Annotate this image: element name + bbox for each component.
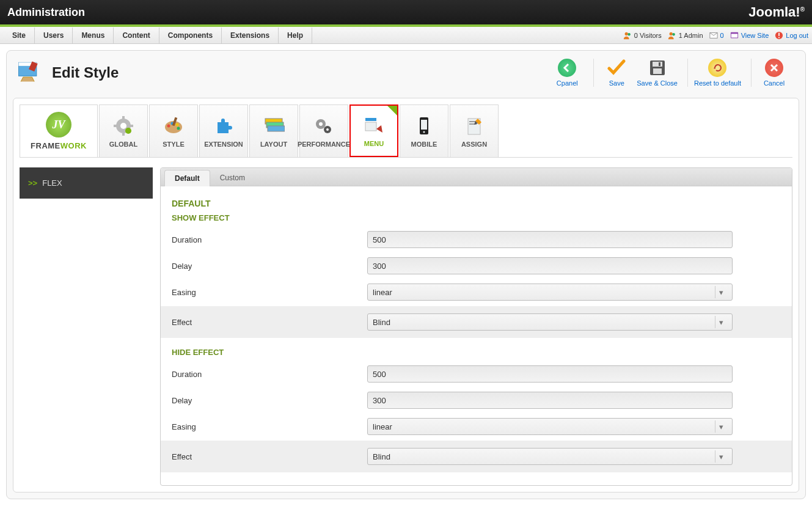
gears-icon	[313, 115, 335, 137]
svg-rect-39	[421, 120, 427, 130]
palette-icon	[163, 115, 185, 137]
cpanel-button[interactable]: Cpanel	[550, 59, 583, 87]
chevron-down-icon: ▾	[715, 450, 727, 463]
chevron-down-icon: ▾	[715, 286, 727, 298]
tab-assign[interactable]: ASSIGN	[450, 104, 499, 157]
svg-point-3	[672, 33, 675, 35]
mobile-icon	[413, 115, 435, 137]
admin-topbar: Administration Joomla!®	[0, 0, 812, 24]
svg-point-33	[319, 122, 323, 126]
link-logout[interactable]: Log out	[775, 31, 808, 40]
main-menubar: Site Users Menus Content Components Exte…	[0, 27, 812, 44]
tab-menu[interactable]: MENU	[349, 104, 398, 157]
puzzle-icon	[213, 115, 235, 137]
chevron-down-icon: ▾	[715, 316, 727, 328]
hide-effect-select[interactable]: Blind▾	[367, 448, 733, 465]
hide-duration-input[interactable]	[367, 365, 733, 383]
menu-menus[interactable]: Menus	[73, 27, 114, 43]
svg-point-2	[669, 32, 672, 35]
svg-rect-19	[122, 132, 125, 136]
main-area: Default Custom DEFAULT SHOW EFFECT Durat…	[160, 167, 792, 486]
svg-point-9	[778, 37, 780, 38]
svg-rect-18	[122, 116, 125, 120]
show-delay-input[interactable]	[367, 257, 733, 274]
menu-users[interactable]: Users	[35, 27, 73, 43]
undo-icon	[712, 63, 722, 73]
menu-site[interactable]: Site	[4, 27, 35, 43]
edit-style-icon	[15, 58, 42, 87]
visitors-icon	[623, 31, 632, 40]
menu-extensions[interactable]: Extensions	[222, 27, 279, 43]
hide-effect-label: Effect	[172, 452, 367, 461]
tab-layout[interactable]: LAYOUT	[249, 104, 298, 157]
menu-components[interactable]: Components	[159, 27, 222, 43]
svg-point-40	[423, 131, 425, 133]
main-tabs: JV FRAMEWORK GLOBAL STYLE EXTENSION LAYO…	[20, 104, 792, 158]
check-icon	[607, 59, 626, 77]
svg-point-1	[627, 33, 630, 35]
show-effect-label: Effect	[172, 318, 367, 327]
svg-point-0	[624, 32, 627, 35]
svg-rect-36	[365, 118, 376, 121]
show-easing-label: Easing	[172, 288, 367, 297]
jv-logo-icon: JV	[46, 112, 71, 137]
menu-icon	[363, 114, 385, 136]
section-show-effect: SHOW EFFECT	[172, 213, 781, 222]
show-duration-input[interactable]	[367, 231, 733, 248]
tab-extension[interactable]: EXTENSION	[199, 104, 248, 157]
tab-framework[interactable]: JV FRAMEWORK	[20, 104, 98, 157]
svg-rect-15	[659, 62, 660, 66]
tab-style[interactable]: STYLE	[149, 104, 198, 157]
mail-icon	[709, 31, 718, 40]
save-button[interactable]: Save	[600, 59, 633, 87]
menu-content[interactable]: Content	[114, 27, 159, 43]
logout-icon	[775, 31, 783, 40]
menubar-right: 0 Visitors 1 Admin 0 View Site Log out	[623, 31, 808, 40]
svg-point-22	[125, 128, 131, 134]
svg-rect-21	[130, 125, 133, 127]
chevron-right-icon: >>	[28, 178, 37, 188]
tab-global[interactable]: GLOBAL	[99, 104, 148, 157]
hide-duration-label: Duration	[172, 370, 367, 379]
settings-panel: Default Custom DEFAULT SHOW EFFECT Durat…	[160, 167, 792, 486]
svg-rect-14	[653, 68, 662, 74]
svg-point-24	[167, 124, 170, 127]
chevron-down-icon: ▾	[715, 420, 727, 433]
svg-point-17	[120, 123, 126, 129]
toolbar: Cpanel Save Save & Close Reset to defaul…	[544, 59, 797, 87]
viewsite-icon	[730, 31, 739, 40]
link-viewsite[interactable]: View Site	[730, 31, 769, 40]
close-icon	[770, 64, 778, 72]
show-duration-label: Duration	[172, 235, 367, 244]
content-box: JV FRAMEWORK GLOBAL STYLE EXTENSION LAYO…	[13, 98, 799, 493]
menubar-left: Site Users Menus Content Components Exte…	[4, 27, 312, 43]
admin-title: Administration	[7, 6, 85, 19]
reset-button[interactable]: Reset to default	[694, 59, 741, 87]
show-effect-select[interactable]: Blind▾	[367, 313, 733, 331]
admins-icon	[668, 31, 676, 40]
subtab-custom[interactable]: Custom	[210, 170, 255, 186]
svg-rect-31	[268, 126, 285, 131]
page-title: Edit Style	[52, 64, 119, 81]
subtab-default[interactable]: Default	[164, 170, 210, 186]
page-container: Edit Style Cpanel Save Save & Close	[6, 50, 806, 499]
hide-easing-label: Easing	[172, 422, 367, 431]
content-body: >>FLEX Default Custom DEFAULT SHOW EFFEC…	[20, 167, 792, 486]
hide-easing-select[interactable]: linear▾	[367, 418, 733, 435]
svg-rect-20	[114, 125, 117, 127]
cancel-button[interactable]: Cancel	[758, 59, 791, 87]
stat-messages[interactable]: 0	[709, 31, 724, 40]
joomla-icon	[729, 2, 745, 22]
sidebar-item-flex[interactable]: >>FLEX	[20, 167, 153, 199]
hide-delay-input[interactable]	[367, 392, 733, 409]
show-delay-label: Delay	[172, 262, 367, 271]
stat-admins: 1 Admin	[668, 31, 703, 40]
menu-help[interactable]: Help	[279, 27, 312, 43]
show-easing-select[interactable]: linear▾	[367, 284, 733, 301]
assign-icon	[463, 115, 485, 137]
save-close-button[interactable]: Save & Close	[637, 59, 678, 87]
tab-mobile[interactable]: MOBILE	[400, 104, 448, 157]
svg-point-27	[177, 126, 180, 130]
tab-performance[interactable]: PERFORMANCE	[299, 104, 348, 157]
subtabs: Default Custom	[161, 168, 792, 186]
